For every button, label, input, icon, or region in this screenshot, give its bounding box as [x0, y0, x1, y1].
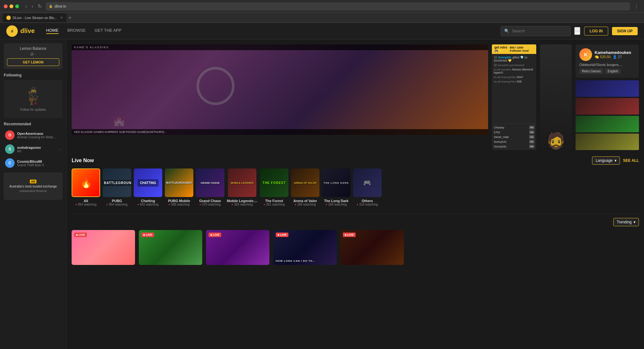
tag-english[interactable]: English	[605, 69, 621, 74]
ad-sub: Independent Reserve	[10, 189, 57, 193]
live-card-all[interactable]: 🔥 All ● 954 watching	[72, 168, 100, 206]
live-now-title: Live Now	[72, 158, 94, 163]
stream-player[interactable]: KAME'S KLASSIKS 🏰 KED KLASSIK GAMES KURR…	[72, 44, 488, 135]
signup-button[interactable]: SIGN UP	[612, 27, 638, 35]
live-card-longdark[interactable]: THE LONG DARK The Long Dark ● 164 watchi…	[322, 168, 351, 206]
dlive-logo-svg: d	[9, 28, 16, 35]
search-input[interactable]	[512, 29, 567, 33]
watcher-count-pubgm: 508 watching	[171, 203, 190, 206]
live-card-thumb-pubgm: BATTLEGROUNDS	[165, 168, 193, 197]
rec-avatar-0: O	[5, 130, 15, 140]
forward-button[interactable]: ›	[30, 3, 34, 10]
more-options-button[interactable]: ⋮	[633, 3, 640, 10]
nav-home[interactable]: HOME	[46, 28, 59, 34]
tab-bar: DLive - Live Stream on Blo... ✕ +	[0, 13, 644, 23]
recommended-item-0[interactable]: O OperAmericano Animal Crossing for Nint…	[4, 129, 62, 142]
trending-grid: LIVE LIVE LIVE LIVE HOW	[72, 230, 639, 265]
stream-thumb-1[interactable]	[576, 80, 639, 97]
rec-avatar-1: S	[5, 144, 15, 154]
live-card-name-pubg: PUBG	[112, 199, 122, 203]
live-card-pubgm[interactable]: BATTLEGROUNDS PUBG Mobile ● 508 watching	[165, 168, 193, 206]
chat-user-action-3[interactable]: •••	[529, 140, 534, 143]
stream-bg: KAME'S KLASSIKS 🏰 KED KLASSIK GAMES KURR…	[72, 44, 488, 135]
live-card-thumb-aov: ARENA OF VALOR	[291, 168, 319, 197]
stream-thumb-2[interactable]	[576, 98, 639, 115]
chat-user-action-4[interactable]: •••	[529, 145, 534, 148]
live-card-name-grandchase: Grand Chase	[199, 199, 221, 203]
chat-username-0: ⬛ Sonny531	[494, 56, 512, 59]
live-card-arenaofvalor[interactable]: ARENA OF VALOR Arena of Valor ● 180 watc…	[291, 168, 319, 206]
trending-card-3[interactable]: LIVE HOW LONG CAN I DO TH...	[273, 230, 337, 265]
tag-retro-games[interactable]: Retro Games	[579, 69, 603, 74]
streamer-avatar: K	[579, 48, 592, 61]
see-all-button[interactable]: SEE ALL	[623, 158, 639, 163]
nav-get-the-app[interactable]: GET THE APP	[94, 28, 121, 34]
fullscreen-button-traffic[interactable]	[15, 4, 19, 8]
stream-thumb-3[interactable]	[576, 116, 639, 132]
tab-close-button[interactable]: ✕	[60, 16, 63, 19]
nav-browse[interactable]: BROWSE	[68, 28, 86, 34]
live-card-chatting[interactable]: CHATTING Chatting ● 602 watching	[134, 168, 162, 206]
chat-msg-3: KLUB RoaringTRex 5047	[494, 76, 534, 79]
main-layout: Lemon Balance @ - GET LEMON Following 🥷 …	[0, 39, 644, 349]
logo[interactable]: d dlive	[6, 25, 35, 37]
live-card-thumb-pubg: BATTLEGROUNDS	[103, 168, 131, 197]
search-box[interactable]: 🔍	[501, 26, 570, 36]
live-card-grandchase[interactable]: GRAND CHASE Grand Chase ● 370 watching	[196, 168, 224, 206]
svg-text:d: d	[11, 29, 13, 33]
chat-user-row-0: Chutsey •••	[494, 125, 534, 130]
close-button-traffic[interactable]	[4, 4, 8, 8]
grandchase-label: GRAND CHASE	[200, 181, 220, 185]
ad-badge: AD	[30, 180, 36, 183]
address-bar[interactable]: 🔒 dlive.tv	[46, 2, 630, 10]
get-lemon-button[interactable]: GET LEMON	[7, 58, 59, 66]
watcher-count-aov: 180 watching	[297, 203, 316, 206]
chat-user-action-0[interactable]: •••	[529, 126, 534, 129]
live-card-pubg[interactable]: BATTLEGROUNDS PUBG ● 954 watching	[103, 168, 131, 206]
active-tab[interactable]: DLive - Live Stream on Blo... ✕	[3, 13, 67, 22]
chat-username-4: KLUB RoaringTRex	[494, 80, 516, 83]
live-text-0: LIVE	[79, 233, 85, 236]
watcher-dot-ml: ●	[232, 203, 233, 206]
live-card-watchers-grandchase: ● 370 watching	[200, 203, 221, 206]
ad-content: AD Australia's most trusted exchange Ind…	[7, 177, 60, 195]
live-card-others[interactable]: 🎮 Others ● 153 watching	[353, 168, 382, 206]
trending-card-2[interactable]: LIVE	[206, 230, 269, 265]
chat-user-name-1: 2762	[494, 131, 500, 134]
stream-thumb-4[interactable]	[576, 134, 639, 150]
lock-icon: 🔒	[49, 4, 53, 8]
back-button[interactable]: ‹	[24, 3, 28, 10]
trending-dropdown[interactable]: Trending ▾	[613, 218, 639, 226]
chat-user-action-2[interactable]: •••	[529, 135, 534, 139]
recommended-item-1[interactable]: S svdsdragunov Art ›	[4, 143, 62, 155]
language-dropdown[interactable]: Language ▾	[592, 156, 620, 165]
more-options-button-header[interactable]: ···	[574, 27, 580, 35]
live-card-forest[interactable]: THE FOREST The Forest ● 261 watching	[260, 168, 288, 206]
chat-user-name-2: Street_Hale	[494, 135, 509, 139]
trending-card-0[interactable]: LIVE	[72, 230, 135, 265]
chat-user-action-1[interactable]: •••	[529, 130, 534, 134]
live-card-thumb-forest: THE FOREST	[260, 168, 288, 197]
live-dot-4	[345, 234, 346, 236]
watcher-count-ld: 164 watching	[328, 203, 347, 206]
main-navigation: HOME BROWSE GET THE APP	[46, 28, 122, 34]
live-card-mobilelegends[interactable]: MOBILE LEGENDS Mobile Legends:... ● 303 …	[227, 168, 257, 206]
watcher-dot-grandchase: ●	[200, 203, 201, 206]
live-text-4: LIVE	[347, 233, 354, 236]
minimize-button-traffic[interactable]	[10, 4, 13, 8]
browser-navigation: ‹ › ↻	[24, 3, 43, 10]
lemon-section: Lemon Balance @ - GET LEMON	[4, 43, 62, 69]
refresh-button[interactable]: ↻	[36, 3, 43, 10]
live-badge-3: LIVE	[276, 233, 288, 237]
chat-text-3: 5047	[517, 76, 523, 79]
recommended-item-2[interactable]: C CosmicBliss88 Grand Theft Auto V	[4, 157, 62, 169]
chat-messages: ⬛ Sonny531 gifted 💎 1x DIAMOND 💛 ⬛ Sonny…	[492, 54, 536, 123]
live-dot-3	[278, 234, 279, 236]
trending-card-1[interactable]: LIVE	[139, 230, 202, 265]
trending-card-4[interactable]: LIVE	[340, 230, 404, 265]
following-art-icon: 🥷	[27, 87, 39, 98]
login-button[interactable]: LOG IN	[584, 27, 608, 36]
live-now-header: Live Now Language ▾ SEE ALL	[72, 156, 639, 165]
new-tab-button[interactable]: +	[68, 15, 71, 21]
live-card-name-chatting: Chatting	[141, 199, 155, 203]
